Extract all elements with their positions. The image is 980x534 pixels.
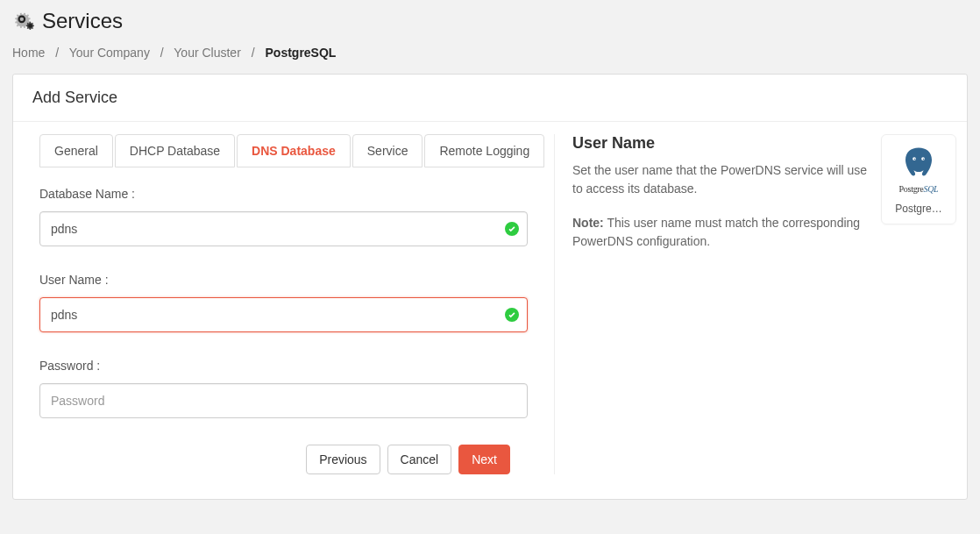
breadcrumb-current: PostgreSQL <box>266 46 337 60</box>
database-name-label: Database Name : <box>39 187 528 201</box>
user-name-label: User Name : <box>39 273 528 287</box>
help-note-text: This user name must match the correspond… <box>572 216 860 248</box>
breadcrumb-home[interactable]: Home <box>12 46 45 60</box>
page-title-text: Services <box>42 9 123 33</box>
cancel-button[interactable]: Cancel <box>387 445 452 474</box>
previous-button[interactable]: Previous <box>306 445 380 474</box>
brand-sql: SQL <box>924 184 939 194</box>
help-note: Note: This user name must match the corr… <box>572 214 869 251</box>
postgresql-brand: PostgreSQL <box>885 184 952 194</box>
logo-card: PostgreSQL Postgre… <box>881 134 956 224</box>
breadcrumb-separator: / <box>252 46 255 60</box>
help-note-label: Note: <box>572 216 604 230</box>
password-input[interactable] <box>39 383 528 418</box>
field-user-name: User Name : <box>39 273 528 332</box>
password-label: Password : <box>39 359 528 373</box>
breadcrumb-separator: / <box>160 46 164 60</box>
check-icon <box>505 222 519 236</box>
breadcrumb-separator: / <box>55 46 59 60</box>
button-row: Previous Cancel Next <box>13 445 554 474</box>
breadcrumb-company[interactable]: Your Company <box>69 46 150 60</box>
tab-remote-logging[interactable]: Remote Logging <box>424 134 544 167</box>
panel-title: Add Service <box>13 75 967 122</box>
help-title: User Name <box>572 134 869 153</box>
user-name-input[interactable] <box>39 297 528 332</box>
tab-dns-database[interactable]: DNS Database <box>237 134 351 167</box>
panel: Add Service General DHCP Database DNS Da… <box>12 74 968 500</box>
help-panel: User Name Set the user name that the Pow… <box>565 134 881 474</box>
logo-caption: Postgre… <box>885 203 952 215</box>
breadcrumb: Home / Your Company / Your Cluster / Pos… <box>0 39 980 74</box>
help-text: Set the user name that the PowerDNS serv… <box>572 161 869 198</box>
tab-dhcp-database[interactable]: DHCP Database <box>115 134 235 167</box>
cogs-icon <box>12 10 35 32</box>
brand-postgre: Postgre <box>899 184 924 194</box>
next-button[interactable]: Next <box>458 445 510 474</box>
field-database-name: Database Name : <box>39 187 528 246</box>
panel-body: General DHCP Database DNS Database Servi… <box>13 122 967 499</box>
page-title: Services <box>0 0 980 39</box>
database-name-input[interactable] <box>39 211 528 246</box>
tab-general[interactable]: General <box>39 134 113 167</box>
svg-point-4 <box>923 159 925 160</box>
postgresql-icon <box>901 146 936 181</box>
help-column: User Name Set the user name that the Pow… <box>555 134 967 474</box>
tab-service[interactable]: Service <box>352 134 423 167</box>
breadcrumb-cluster[interactable]: Your Cluster <box>174 46 241 60</box>
svg-point-3 <box>914 159 916 160</box>
check-icon <box>505 308 519 322</box>
tabs: General DHCP Database DNS Database Servi… <box>39 134 554 167</box>
field-password: Password : <box>39 359 528 418</box>
form-column: General DHCP Database DNS Database Servi… <box>13 134 555 474</box>
